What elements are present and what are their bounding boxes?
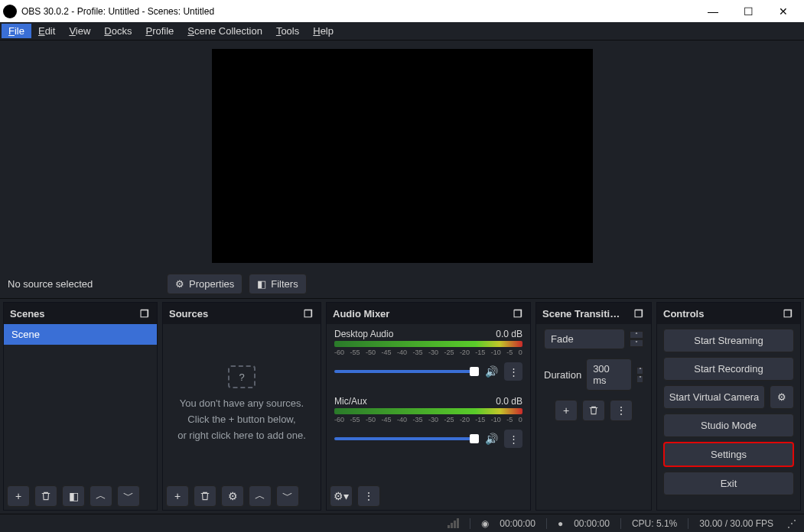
duration-value: 300 ms <box>593 363 625 386</box>
audio-mixer-dock: Audio Mixer ❐ Desktop Audio 0.0 dB -60-5… <box>326 302 531 511</box>
filters-icon: ◧ <box>257 278 266 290</box>
menu-tools[interactable]: Tools <box>269 24 306 38</box>
fps-display: 30.00 / 30.00 FPS <box>699 518 773 529</box>
stream-time: 00:00:00 <box>500 518 535 529</box>
docks-container: Scenes ❐ Scene + ◧ ︿ ﹀ Sources ❐ ? You d… <box>0 299 804 514</box>
duration-input[interactable]: 300 ms <box>586 358 632 391</box>
channel-name: Desktop Audio <box>334 329 393 339</box>
properties-label: Properties <box>189 278 234 290</box>
delete-scene-button[interactable] <box>34 485 57 507</box>
window-titlebar: OBS 30.0.2 - Profile: Untitled - Scenes:… <box>0 0 804 22</box>
settings-button[interactable]: Settings <box>663 442 794 467</box>
maximize-button[interactable]: ☐ <box>731 0 766 22</box>
transition-select[interactable]: Fade <box>544 329 625 349</box>
menu-edit[interactable]: Edit <box>31 24 62 38</box>
no-source-label: No source selected <box>8 278 161 290</box>
duration-label: Duration <box>544 369 581 381</box>
scenes-dock: Scenes ❐ Scene + ◧ ︿ ﹀ <box>3 302 158 511</box>
mixer-body: Desktop Audio 0.0 dB -60-55-50-45-40-35-… <box>327 324 530 482</box>
add-transition-button[interactable]: + <box>555 400 578 421</box>
delete-transition-button[interactable] <box>582 400 605 421</box>
menu-file[interactable]: File <box>2 24 31 38</box>
close-button[interactable]: ✕ <box>766 0 801 22</box>
obs-app-icon <box>3 5 17 18</box>
speaker-icon[interactable]: 🔊 <box>485 365 498 378</box>
preview-area <box>0 41 804 270</box>
virtual-camera-settings-button[interactable]: ⚙ <box>770 385 794 409</box>
popout-icon[interactable]: ❐ <box>138 307 151 320</box>
channel-name: Mic/Aux <box>334 396 367 407</box>
channel-db: 0.0 dB <box>496 396 522 407</box>
mixer-advanced-button[interactable]: ⚙▾ <box>330 485 353 507</box>
popout-icon[interactable]: ❐ <box>512 307 524 320</box>
menu-view[interactable]: View <box>62 24 97 38</box>
sources-empty[interactable]: ? You don't have any sources. Click the … <box>163 324 321 482</box>
popout-icon[interactable]: ❐ <box>302 307 314 320</box>
controls-header: Controls ❐ <box>657 303 800 324</box>
start-recording-button[interactable]: Start Recording <box>663 357 794 381</box>
filters-button[interactable]: ◧ Filters <box>249 274 306 294</box>
move-source-down-button[interactable]: ﹀ <box>276 485 299 507</box>
filters-label: Filters <box>271 278 298 290</box>
empty-text-1: You don't have any sources. <box>180 397 304 409</box>
add-source-button[interactable]: + <box>166 485 189 507</box>
channel-menu-button[interactable]: ⋮ <box>504 362 522 381</box>
transitions-header: Scene Transiti… ❐ <box>536 303 651 324</box>
volume-slider[interactable] <box>334 437 479 440</box>
volume-slider[interactable] <box>334 370 479 373</box>
sources-title: Sources <box>169 308 208 320</box>
channel-menu-button[interactable]: ⋮ <box>504 430 522 448</box>
sources-dock: Sources ❐ ? You don't have any sources. … <box>162 302 321 511</box>
record-time: 00:00:00 <box>574 518 610 529</box>
transition-spinner[interactable]: ˄˅ <box>630 331 643 347</box>
transitions-dock: Scene Transiti… ❐ Fade ˄˅ Duration 300 m… <box>535 302 652 511</box>
studio-mode-button[interactable]: Studio Mode <box>663 414 794 437</box>
transition-menu-button[interactable]: ⋮ <box>610 400 633 421</box>
add-scene-button[interactable]: + <box>7 485 30 507</box>
popout-icon[interactable]: ❐ <box>633 307 645 320</box>
channel-db: 0.0 dB <box>496 329 522 339</box>
mixer-menu-button[interactable]: ⋮ <box>357 485 380 507</box>
controls-title: Controls <box>663 308 704 320</box>
question-icon: ? <box>228 365 256 388</box>
resize-grip-icon[interactable]: ⋰ <box>787 518 796 529</box>
sources-footer: + ⚙ ︿ ﹀ <box>163 482 321 510</box>
popout-icon[interactable]: ❐ <box>782 307 794 320</box>
move-scene-up-button[interactable]: ︿ <box>90 485 112 507</box>
scene-item[interactable]: Scene <box>4 324 157 345</box>
start-streaming-button[interactable]: Start Streaming <box>663 329 794 352</box>
mixer-header: Audio Mixer ❐ <box>327 303 530 324</box>
menu-profile[interactable]: Profile <box>138 24 181 38</box>
gear-icon: ⚙ <box>175 278 184 290</box>
delete-source-button[interactable] <box>194 485 216 507</box>
menu-help[interactable]: Help <box>306 24 340 38</box>
scene-filters-button[interactable]: ◧ <box>62 485 85 507</box>
scenes-title: Scenes <box>10 308 45 320</box>
scenes-list[interactable]: Scene <box>4 324 157 482</box>
source-properties-button[interactable]: ⚙ <box>221 485 244 507</box>
mixer-channel-mic: Mic/Aux 0.0 dB -60-55-50-45-40-35-30-25-… <box>334 396 522 448</box>
transitions-body: Fade ˄˅ Duration 300 ms ˄˅ + ⋮ <box>536 324 651 510</box>
minimize-button[interactable]: — <box>695 0 731 22</box>
empty-text-3: or right click here to add one. <box>177 430 306 441</box>
move-source-up-button[interactable]: ︿ <box>249 485 272 507</box>
window-title: OBS 30.0.2 - Profile: Untitled - Scenes:… <box>21 6 695 17</box>
move-scene-down-button[interactable]: ﹀ <box>117 485 140 507</box>
scenes-header: Scenes ❐ <box>4 303 157 324</box>
statusbar: ◉ 00:00:00 ● 00:00:00 CPU: 5.1% 30.00 / … <box>0 514 804 532</box>
broadcast-icon: ◉ <box>481 518 489 529</box>
exit-button[interactable]: Exit <box>663 472 794 495</box>
mixer-title: Audio Mixer <box>333 308 389 320</box>
audio-meter <box>334 341 522 347</box>
meter-ticks: -60-55-50-45-40-35-30-25-20-15-10-50 <box>334 416 522 423</box>
start-virtual-camera-button[interactable]: Start Virtual Camera <box>663 385 765 409</box>
properties-button[interactable]: ⚙ Properties <box>167 274 243 294</box>
menu-docks[interactable]: Docks <box>97 24 138 38</box>
preview-canvas[interactable] <box>212 49 593 263</box>
menu-scene-collection[interactable]: Scene Collection <box>181 24 269 38</box>
duration-spinner[interactable]: ˄˅ <box>636 367 643 383</box>
transition-value: Fade <box>551 333 574 345</box>
mixer-channel-desktop: Desktop Audio 0.0 dB -60-55-50-45-40-35-… <box>334 329 522 381</box>
network-icon <box>448 518 459 528</box>
speaker-icon[interactable]: 🔊 <box>485 433 498 445</box>
